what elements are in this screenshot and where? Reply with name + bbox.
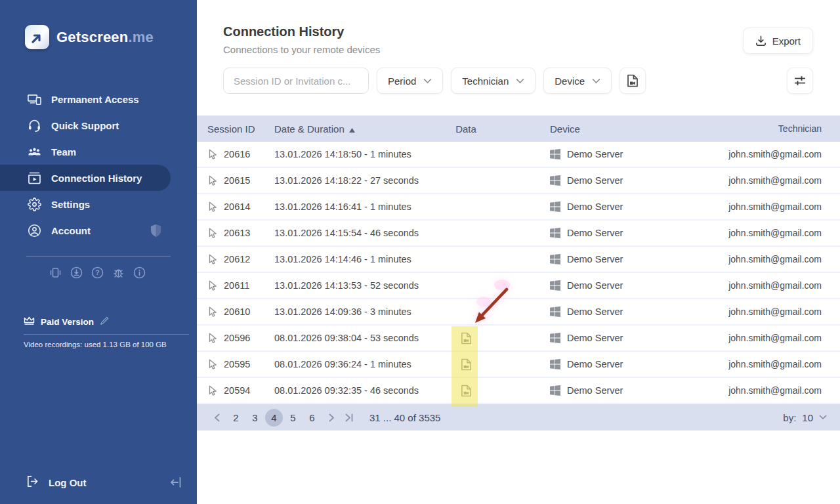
column-header-data[interactable]: Data <box>453 123 479 135</box>
help-icon[interactable]: ? <box>91 266 104 279</box>
getscreen-logo-icon <box>25 25 49 49</box>
column-header-session-id[interactable]: Session ID <box>197 123 274 135</box>
brand-logo[interactable]: Getscreen.me <box>0 0 197 49</box>
sidebar-item-quick-support[interactable]: Quick Support <box>0 112 171 138</box>
technician-filter-dropdown[interactable]: Technician <box>451 68 536 94</box>
session-id: 20614 <box>224 201 250 212</box>
session-id: 20595 <box>224 359 250 369</box>
recordings-filter-button[interactable] <box>620 68 646 94</box>
period-filter-dropdown[interactable]: Period <box>377 68 443 94</box>
page-numbers: 23456 <box>227 409 321 427</box>
session-cell: 20612 <box>197 254 274 265</box>
windows-icon <box>550 175 560 186</box>
logout-row: Log Out <box>0 475 197 490</box>
sidebar: Getscreen.me Permanent AccessQuick Suppo… <box>0 0 197 504</box>
date-duration-cell: 13.01.2026 14:18:50 - 1 minutes <box>274 149 453 159</box>
info-icon[interactable] <box>133 266 146 279</box>
table-row[interactable]: 2059508.01.2026 09:36:24 - 1 minutesDemo… <box>197 352 840 378</box>
pointer-icon <box>207 333 217 344</box>
export-download-icon <box>755 35 766 47</box>
recording-file-icon[interactable] <box>461 332 472 345</box>
table-row[interactable]: 2059408.01.2026 09:32:35 - 46 secondsDem… <box>197 378 840 404</box>
table-settings-button[interactable] <box>787 68 813 94</box>
table-row[interactable]: 2061513.01.2026 14:18:22 - 27 secondsDem… <box>197 168 840 194</box>
sidebar-item-label: Connection History <box>51 173 142 184</box>
windows-icon <box>550 254 560 264</box>
logout-label[interactable]: Log Out <box>49 477 86 488</box>
table-row[interactable]: 2059608.01.2026 09:38:04 - 53 secondsDem… <box>197 326 840 352</box>
page-number-3[interactable]: 3 <box>246 409 264 427</box>
page-number-5[interactable]: 5 <box>284 409 302 427</box>
session-cell: 20611 <box>197 280 274 291</box>
session-id: 20610 <box>224 306 250 317</box>
next-page-icon[interactable] <box>324 409 339 426</box>
windows-icon <box>550 280 560 291</box>
pointer-icon <box>207 254 217 265</box>
device-name: Demo Server <box>567 333 623 343</box>
technician-cell: john.smith@gmail.com <box>656 280 840 291</box>
bug-icon[interactable] <box>112 266 125 279</box>
technician-cell: john.smith@gmail.com <box>656 254 840 264</box>
column-header-date-duration[interactable]: Date & Duration <box>274 123 453 135</box>
edit-plan-icon[interactable] <box>100 316 109 327</box>
data-cell <box>453 385 479 397</box>
column-header-technician[interactable]: Technician <box>656 123 840 134</box>
technician-cell: john.smith@gmail.com <box>656 306 840 317</box>
prev-page-icon[interactable] <box>209 409 224 426</box>
page-subtitle: Connections to your remote devices <box>223 44 814 55</box>
pointer-icon <box>207 228 217 239</box>
table-row[interactable]: 2061613.01.2026 14:18:50 - 1 minutesDemo… <box>197 142 840 168</box>
sidebar-item-team[interactable]: Team <box>0 138 171 165</box>
gear-icon <box>28 198 41 211</box>
column-header-device[interactable]: Device <box>479 123 656 135</box>
technician-cell: john.smith@gmail.com <box>656 333 840 343</box>
page-number-4[interactable]: 4 <box>265 409 283 427</box>
session-cell: 20596 <box>197 333 274 344</box>
device-rotate-icon[interactable] <box>49 266 62 279</box>
sidebar-divider <box>26 256 171 257</box>
chevron-down-icon <box>423 78 432 84</box>
filter-bar: PeriodTechnicianDevice <box>223 68 813 94</box>
screens-icon <box>28 93 41 106</box>
page-number-2[interactable]: 2 <box>227 409 245 427</box>
table-row[interactable]: 2061013.01.2026 14:09:36 - 3 minutesDemo… <box>197 299 840 326</box>
device-filter-dropdown[interactable]: Device <box>543 68 612 94</box>
sidebar-item-account[interactable]: Account <box>0 217 171 243</box>
session-id: 20613 <box>224 228 250 238</box>
sidebar-item-label: Account <box>51 225 91 236</box>
account-icon <box>28 224 41 238</box>
table-row[interactable]: 2061113.01.2026 14:13:53 - 52 secondsDem… <box>197 273 840 299</box>
windows-icon <box>550 149 560 159</box>
pointer-icon <box>207 306 217 318</box>
sidebar-item-settings[interactable]: Settings <box>0 191 171 217</box>
session-cell: 20614 <box>197 201 274 213</box>
page-number-6[interactable]: 6 <box>303 409 321 427</box>
recording-file-icon[interactable] <box>461 385 472 397</box>
export-button[interactable]: Export <box>743 28 813 54</box>
session-cell: 20616 <box>197 149 274 160</box>
recording-file-icon[interactable] <box>461 358 472 371</box>
dropdown-label: Period <box>388 75 416 87</box>
pointer-icon <box>207 359 217 370</box>
sidebar-item-permanent-access[interactable]: Permanent Access <box>0 86 171 112</box>
search-input[interactable] <box>223 68 369 94</box>
device-name: Demo Server <box>567 149 623 159</box>
dropdown-label: Technician <box>462 75 509 87</box>
crown-icon <box>24 316 35 327</box>
download-icon[interactable] <box>70 266 83 279</box>
connection-history-table: Session ID Date & Duration Data Device T… <box>197 116 840 404</box>
chevron-down-icon <box>592 78 600 84</box>
sidebar-item-label: Quick Support <box>51 120 119 131</box>
sidebar-item-connection-history[interactable]: Connection History <box>0 165 171 191</box>
date-duration-cell: 13.01.2026 14:15:54 - 46 seconds <box>274 228 453 238</box>
collapse-sidebar-icon[interactable] <box>169 476 182 488</box>
date-duration-cell: 08.01.2026 09:38:04 - 53 seconds <box>274 333 453 343</box>
table-row[interactable]: 2061413.01.2026 14:16:41 - 1 minutesDemo… <box>197 194 840 220</box>
device-cell: Demo Server <box>479 228 656 238</box>
table-row[interactable]: 2061213.01.2026 14:14:46 - 1 minutesDemo… <box>197 247 840 273</box>
last-page-icon[interactable] <box>342 409 358 426</box>
sidebar-nav: Permanent AccessQuick SupportTeamConnect… <box>0 86 197 243</box>
per-page-selector[interactable]: by: 10 <box>783 412 827 423</box>
plan-label: Paid Version <box>41 317 94 327</box>
table-row[interactable]: 2061313.01.2026 14:15:54 - 46 secondsDem… <box>197 220 840 247</box>
